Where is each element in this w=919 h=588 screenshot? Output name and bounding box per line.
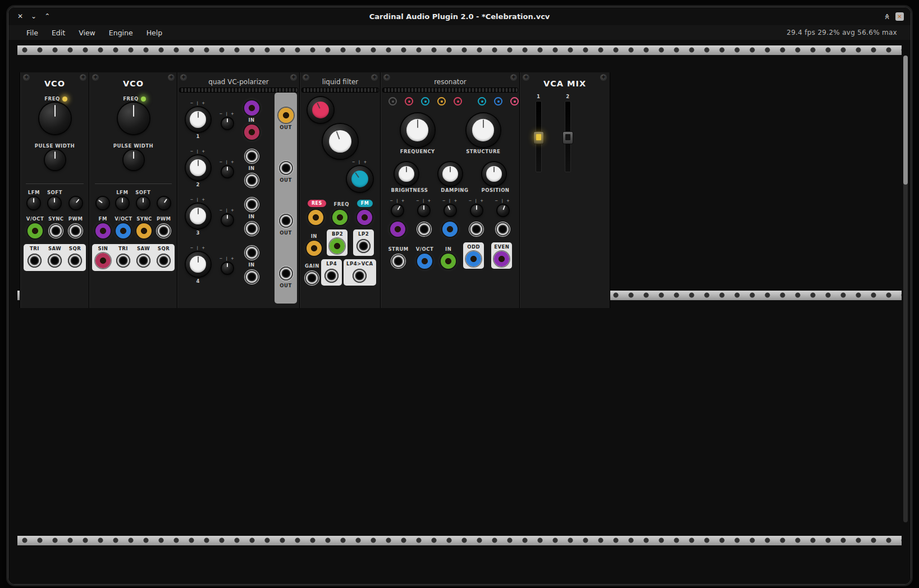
knob-soft[interactable] xyxy=(137,197,149,209)
jack-port[interactable] xyxy=(357,210,372,225)
slider-handle[interactable] xyxy=(533,131,544,144)
teal-icon[interactable] xyxy=(478,97,486,105)
knob-t[interactable] xyxy=(347,166,373,192)
knob-dark[interactable] xyxy=(158,197,170,209)
jack-v-oct[interactable] xyxy=(417,254,432,269)
knob-w[interactable] xyxy=(395,162,418,186)
jack-in[interactable] xyxy=(244,125,259,140)
jack-sync[interactable] xyxy=(48,223,63,238)
jack-lp2[interactable] xyxy=(356,238,371,254)
knob-w[interactable] xyxy=(323,124,358,159)
jack-port[interactable] xyxy=(495,222,510,237)
orange-icon[interactable] xyxy=(437,97,446,105)
jack-out[interactable] xyxy=(278,160,294,176)
collapse-icon[interactable]: ≪ xyxy=(884,13,890,19)
knob-dark[interactable] xyxy=(70,197,82,209)
jack-in[interactable] xyxy=(307,241,322,256)
pink-icon[interactable] xyxy=(510,97,519,105)
knob-dark[interactable] xyxy=(418,205,429,216)
jack-port[interactable] xyxy=(308,210,323,225)
jack-sqr[interactable] xyxy=(156,253,171,268)
knob-w[interactable] xyxy=(186,204,211,228)
knob-dark[interactable] xyxy=(45,150,65,170)
teal-icon[interactable] xyxy=(421,97,429,105)
jack-port[interactable] xyxy=(332,210,348,225)
jack-out[interactable] xyxy=(278,266,294,281)
knob-dark[interactable] xyxy=(97,197,109,209)
blue-icon[interactable] xyxy=(494,97,502,105)
knob-lfm[interactable] xyxy=(116,197,129,209)
knob-dark[interactable] xyxy=(222,118,233,129)
jack-in-cv[interactable] xyxy=(244,245,259,260)
slider-2[interactable] xyxy=(565,101,571,172)
jack-fm[interactable] xyxy=(95,223,111,238)
jack-port[interactable] xyxy=(469,222,484,237)
jack-in[interactable] xyxy=(441,254,456,269)
menu-file[interactable]: File xyxy=(21,27,44,38)
knob-soft[interactable] xyxy=(48,197,61,209)
knob-p[interactable] xyxy=(308,97,333,123)
jack-port[interactable] xyxy=(417,222,432,237)
jack-out[interactable] xyxy=(278,213,294,228)
knob-dark[interactable] xyxy=(471,205,482,216)
knob-w[interactable] xyxy=(467,113,500,147)
jack-in-cv[interactable] xyxy=(244,149,259,164)
menu-view[interactable]: View xyxy=(73,27,101,38)
knob-w[interactable] xyxy=(401,113,435,147)
red-icon[interactable] xyxy=(454,97,462,105)
knob-lfm[interactable] xyxy=(28,197,40,209)
jack-sin[interactable] xyxy=(95,253,111,268)
jack-port[interactable] xyxy=(390,222,405,237)
scrollbar[interactable] xyxy=(903,56,908,522)
jack-pwm[interactable] xyxy=(68,223,83,238)
pin-icon[interactable]: ✕ xyxy=(895,12,904,21)
knob-dark[interactable] xyxy=(497,205,509,216)
knob-w[interactable] xyxy=(482,162,506,186)
minimize-button[interactable]: ⌄ xyxy=(31,12,36,20)
jack-port[interactable] xyxy=(442,222,458,237)
jack-out[interactable] xyxy=(278,108,294,123)
knob-w[interactable] xyxy=(186,252,211,277)
dark-icon[interactable] xyxy=(388,97,397,105)
jack-saw[interactable] xyxy=(47,253,62,268)
knob-dark[interactable] xyxy=(124,150,144,170)
menu-edit[interactable]: Edit xyxy=(46,27,71,38)
knob-dark[interactable] xyxy=(392,205,403,216)
jack-strum[interactable] xyxy=(391,254,406,269)
knob-dark[interactable] xyxy=(445,205,456,216)
jack-in[interactable] xyxy=(244,269,259,284)
jack-v-oct[interactable] xyxy=(116,223,131,238)
jack-odd[interactable] xyxy=(466,251,481,267)
jack-v-oct[interactable] xyxy=(28,223,43,238)
knob-dark[interactable] xyxy=(222,214,233,226)
jack-bp2[interactable] xyxy=(330,238,345,254)
close-button[interactable]: ✕ xyxy=(17,12,23,20)
jack-in-cv[interactable] xyxy=(244,100,259,116)
jack-lp4[interactable] xyxy=(324,268,339,283)
jack-tri[interactable] xyxy=(116,253,131,268)
jack-pwm[interactable] xyxy=(156,223,171,238)
red-icon[interactable] xyxy=(405,97,413,105)
slider-handle[interactable] xyxy=(563,131,573,144)
knob-w[interactable] xyxy=(186,155,211,180)
knob-w[interactable] xyxy=(186,107,211,132)
knob-dark[interactable] xyxy=(222,166,233,177)
jack-sqr[interactable] xyxy=(67,253,83,268)
jack-lp4-vca[interactable] xyxy=(352,268,367,283)
knob-dark[interactable] xyxy=(222,263,233,274)
knob-w[interactable] xyxy=(438,162,462,186)
jack-in[interactable] xyxy=(244,221,259,236)
jack-saw[interactable] xyxy=(136,253,151,268)
jack-even[interactable] xyxy=(494,251,509,267)
maximize-button[interactable]: ⌃ xyxy=(44,12,50,20)
knob-dark[interactable] xyxy=(118,103,149,134)
menu-help[interactable]: Help xyxy=(141,27,168,38)
jack-sync[interactable] xyxy=(136,223,152,238)
jack-in[interactable] xyxy=(244,173,259,188)
knob-dark[interactable] xyxy=(39,103,71,134)
jack-in-cv[interactable] xyxy=(244,197,259,212)
menu-engine[interactable]: Engine xyxy=(103,27,139,38)
jack-gain[interactable] xyxy=(304,270,319,286)
slider-1[interactable] xyxy=(536,101,542,172)
jack-tri[interactable] xyxy=(27,253,42,268)
